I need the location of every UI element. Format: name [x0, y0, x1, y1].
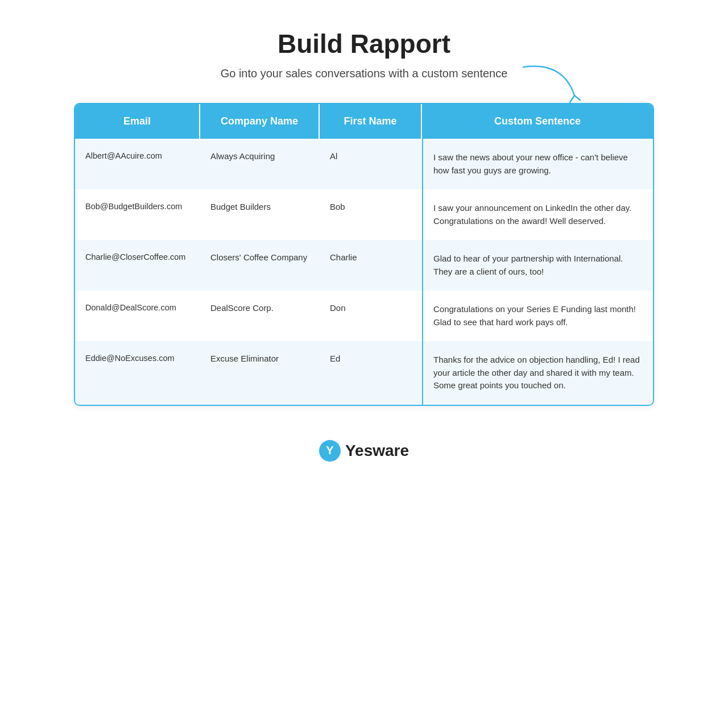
page-subtitle: Go into your sales conversations with a … — [221, 67, 508, 80]
svg-text:Y: Y — [326, 444, 334, 457]
col-header-sentence: Custom Sentence — [422, 104, 653, 139]
cell-firstname: Bob — [320, 189, 422, 240]
yesware-logo: Y Yesware — [319, 440, 409, 462]
table-row: Charlie@CloserCoffee.comClosers' Coffee … — [75, 240, 653, 291]
cell-sentence: Glad to hear of your partnership with In… — [422, 240, 653, 291]
col-header-email: Email — [75, 104, 200, 139]
table-header: Email Company Name First Name Custom Sen… — [75, 104, 653, 139]
subtitle-row: Go into your sales conversations with a … — [74, 67, 654, 80]
cell-sentence: Thanks for the advice on objection handl… — [422, 341, 653, 405]
yesware-icon: Y — [319, 440, 341, 462]
cell-company: Budget Builders — [200, 189, 320, 240]
cell-firstname: Al — [320, 139, 422, 189]
page-wrapper: Build Rapport Go into your sales convers… — [51, 0, 677, 496]
cell-company: Always Acquiring — [200, 139, 320, 189]
cell-firstname: Ed — [320, 341, 422, 405]
cell-email: Bob@BudgetBuilders.com — [75, 189, 200, 240]
cell-email: Donald@DealScore.com — [75, 291, 200, 341]
cell-company: DealScore Corp. — [200, 291, 320, 341]
arrow-decoration — [518, 61, 586, 107]
cell-sentence: Congratulations on your Series E Funding… — [422, 291, 653, 341]
yesware-brand-text: Yesware — [345, 442, 409, 460]
footer: Y Yesware — [319, 440, 409, 462]
table-body: Albert@AAcuire.comAlways AcquiringAlI sa… — [75, 139, 653, 405]
cell-company: Closers' Coffee Company — [200, 240, 320, 291]
cell-sentence: I saw your announcement on LinkedIn the … — [422, 189, 653, 240]
cell-email: Albert@AAcuire.com — [75, 139, 200, 189]
table-row: Eddie@NoExcuses.comExcuse EliminatorEdTh… — [75, 341, 653, 405]
col-header-company: Company Name — [200, 104, 320, 139]
page-title: Build Rapport — [278, 28, 450, 59]
cell-firstname: Don — [320, 291, 422, 341]
table-row: Albert@AAcuire.comAlways AcquiringAlI sa… — [75, 139, 653, 189]
col-header-firstname: First Name — [320, 104, 422, 139]
cell-email: Eddie@NoExcuses.com — [75, 341, 200, 405]
table-row: Donald@DealScore.comDealScore Corp.DonCo… — [75, 291, 653, 341]
rapport-table: Email Company Name First Name Custom Sen… — [74, 103, 654, 406]
cell-company: Excuse Eliminator — [200, 341, 320, 405]
cell-firstname: Charlie — [320, 240, 422, 291]
cell-sentence: I saw the news about your new office - c… — [422, 139, 653, 189]
cell-email: Charlie@CloserCoffee.com — [75, 240, 200, 291]
table-row: Bob@BudgetBuilders.comBudget BuildersBob… — [75, 189, 653, 240]
